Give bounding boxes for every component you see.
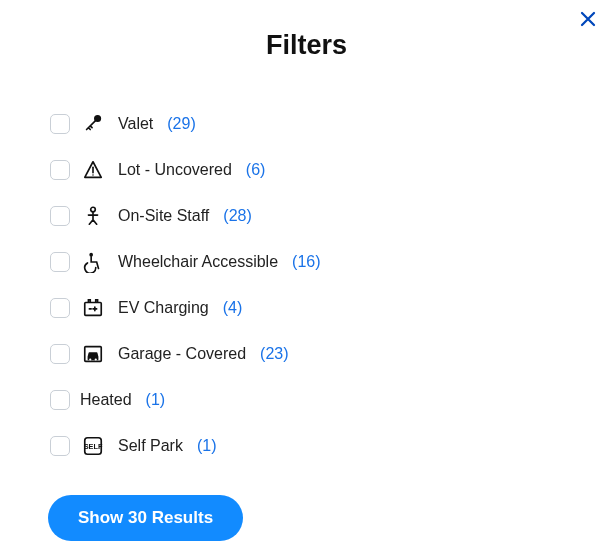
show-results-button[interactable]: Show 30 Results: [48, 495, 243, 541]
filter-count: (28): [223, 207, 251, 225]
checkbox-self-park[interactable]: [50, 436, 70, 456]
filter-count: (1): [146, 391, 166, 409]
filter-row-self-park: SELF Self Park (1): [50, 423, 613, 469]
filter-row-heated: Heated (1): [50, 377, 613, 423]
warning-icon: [80, 157, 106, 183]
filter-count: (6): [246, 161, 266, 179]
close-icon: [579, 10, 597, 28]
person-icon: [80, 203, 106, 229]
checkbox-wheelchair[interactable]: [50, 252, 70, 272]
checkbox-ev-charging[interactable]: [50, 298, 70, 318]
filter-label: Valet: [118, 115, 153, 133]
page-title: Filters: [0, 30, 613, 61]
filter-row-garage-covered: Garage - Covered (23): [50, 331, 613, 377]
filter-count: (29): [167, 115, 195, 133]
wheelchair-icon: [80, 249, 106, 275]
filter-label: Garage - Covered: [118, 345, 246, 363]
svg-point-7: [95, 358, 97, 360]
filter-label: Lot - Uncovered: [118, 161, 232, 179]
battery-icon: [80, 295, 106, 321]
filter-row-ev-charging: EV Charging (4): [50, 285, 613, 331]
checkbox-heated[interactable]: [50, 390, 70, 410]
filter-label: On-Site Staff: [118, 207, 209, 225]
filter-label: Heated: [80, 391, 132, 409]
svg-point-2: [91, 207, 96, 212]
filter-row-wheelchair: Wheelchair Accessible (16): [50, 239, 613, 285]
filter-label: Wheelchair Accessible: [118, 253, 278, 271]
filter-row-on-site-staff: On-Site Staff (28): [50, 193, 613, 239]
filter-row-valet: Valet (29): [50, 101, 613, 147]
checkbox-valet[interactable]: [50, 114, 70, 134]
checkbox-on-site-staff[interactable]: [50, 206, 70, 226]
filter-count: (23): [260, 345, 288, 363]
svg-point-6: [89, 358, 91, 360]
filter-count: (4): [223, 299, 243, 317]
filter-label: EV Charging: [118, 299, 209, 317]
svg-text:SELF: SELF: [84, 442, 103, 451]
filter-list: Valet (29) Lot - Uncovered (6) On-Site S…: [0, 101, 613, 469]
filter-count: (1): [197, 437, 217, 455]
svg-point-1: [92, 174, 93, 175]
garage-icon: [80, 341, 106, 367]
key-icon: [80, 111, 106, 137]
self-icon: SELF: [80, 433, 106, 459]
close-button[interactable]: [577, 8, 599, 30]
filter-row-lot-uncovered: Lot - Uncovered (6): [50, 147, 613, 193]
filter-count: (16): [292, 253, 320, 271]
filter-label: Self Park: [118, 437, 183, 455]
checkbox-garage-covered[interactable]: [50, 344, 70, 364]
checkbox-lot-uncovered[interactable]: [50, 160, 70, 180]
